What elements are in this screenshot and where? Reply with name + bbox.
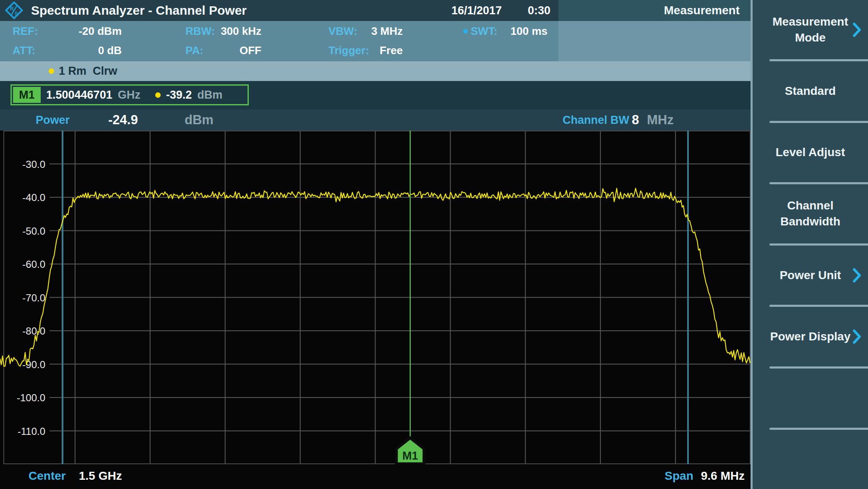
pa-value[interactable]: OFF xyxy=(210,44,261,57)
menu-button-level-adjust[interactable]: Level Adjust xyxy=(753,123,868,182)
center-label: Center xyxy=(29,464,66,488)
channel-power-row: Power -24.9 dBm Channel BW 8 MHz xyxy=(0,110,751,131)
ref-value[interactable]: -20 dBm xyxy=(42,25,122,37)
menu-button-channel-bandwidth[interactable]: ChannelBandwidth xyxy=(753,184,868,243)
menu-slot-empty xyxy=(753,369,868,428)
chevron-right-icon xyxy=(852,329,862,344)
menu-button-label: Standard xyxy=(785,83,836,99)
active-menu-banner-label: Measurement xyxy=(664,4,751,17)
svg-text:S: S xyxy=(15,11,18,17)
time-label: 0:30 xyxy=(528,0,550,21)
ref-label: REF: xyxy=(13,25,38,37)
att-value[interactable]: 0 dB xyxy=(42,44,122,57)
rohde-schwarz-logo-icon: R S xyxy=(5,2,23,19)
svg-text:-110.0: -110.0 xyxy=(18,426,45,437)
svg-text:-60.0: -60.0 xyxy=(22,259,45,270)
page-title: Spectrum Analyzer - Channel Power xyxy=(31,0,247,21)
trace1-color-dot xyxy=(49,68,54,74)
svg-text:R: R xyxy=(10,6,14,12)
power-value: -24.9 xyxy=(108,110,138,131)
span-group: Span 9.6 MHz xyxy=(665,464,745,488)
rbw-value[interactable]: 300 kHz xyxy=(210,25,261,37)
marker-frequency-unit: GHz xyxy=(118,89,141,102)
marker-level-value: -39.2 xyxy=(166,89,192,102)
menu-slot-empty xyxy=(753,430,868,489)
marker-trace-dot xyxy=(155,92,161,98)
marker-readout-box[interactable]: M1 1.500446701 GHz -39.2 dBm xyxy=(10,84,249,105)
menu-button-label: MeasurementMode xyxy=(772,14,848,46)
svg-text:-40.0: -40.0 xyxy=(22,192,45,203)
active-menu-banner[interactable]: Measurement xyxy=(558,0,751,21)
menu-button-measurement-mode[interactable]: MeasurementMode xyxy=(753,0,868,59)
menu-button-label: Power Unit xyxy=(779,267,841,283)
chevron-right-icon xyxy=(852,268,862,283)
trace-status-band: 1 Rm Clrw xyxy=(0,61,751,81)
frequency-bar: Center 1.5 GHz Span 9.6 MHz xyxy=(0,464,751,489)
chevron-right-icon xyxy=(852,22,862,37)
swt-label: SWT: xyxy=(471,25,498,37)
marker-frequency-value: 1.500446701 xyxy=(46,89,112,102)
marker-m1-symbol-label: M1 xyxy=(402,450,418,462)
trace1-mode-label: 1 Rm Clrw xyxy=(59,61,117,81)
svg-text:-100.0: -100.0 xyxy=(17,392,45,403)
menu-button-power-unit[interactable]: Power Unit xyxy=(753,246,868,305)
power-unit: dBm xyxy=(185,110,214,131)
power-label: Power xyxy=(36,110,70,131)
menu-button-label: Level Adjust xyxy=(776,144,845,160)
spectrum-chart: -30.0-40.0-50.0-60.0-70.0-80.0-90.0-100.… xyxy=(0,131,751,464)
svg-text:-80.0: -80.0 xyxy=(22,325,45,337)
date-label: 16/1/2017 xyxy=(451,0,502,21)
settings-right-block xyxy=(558,21,751,61)
marker-name-chip: M1 xyxy=(13,87,41,103)
svg-text:-50.0: -50.0 xyxy=(22,225,45,237)
marker-level-unit: dBm xyxy=(197,89,222,102)
trace-plot: -30.0-40.0-50.0-60.0-70.0-80.0-90.0-100.… xyxy=(0,131,751,464)
menu-button-label: Power Display xyxy=(770,329,850,345)
marker-readout-row: M1 1.500446701 GHz -39.2 dBm xyxy=(0,81,751,110)
svg-text:-70.0: -70.0 xyxy=(22,292,45,303)
center-value[interactable]: 1.5 GHz xyxy=(79,464,122,488)
swt-value[interactable]: 100 ms xyxy=(495,25,547,37)
att-label: ATT: xyxy=(13,44,35,57)
span-label: Span xyxy=(665,464,693,488)
vbw-value[interactable]: 3 MHz xyxy=(357,25,403,37)
menu-button-standard[interactable]: Standard xyxy=(753,61,868,120)
swt-coupled-dot xyxy=(463,29,468,34)
channel-bw-value[interactable]: 8 xyxy=(632,110,639,131)
svg-text:-30.0: -30.0 xyxy=(22,159,45,170)
spectrum-analyzer-screen: R S Spectrum Analyzer - Channel Power 16… xyxy=(0,0,868,489)
trigger-value[interactable]: Free xyxy=(357,44,403,57)
menu-button-label: ChannelBandwidth xyxy=(780,198,840,230)
channel-bw-unit: MHz xyxy=(647,110,674,131)
span-value[interactable]: 9.6 MHz xyxy=(701,464,745,488)
pa-label: PA: xyxy=(185,44,203,57)
vbw-label: VBW: xyxy=(328,25,357,37)
softkey-slots: MeasurementModeStandardLevel AdjustChann… xyxy=(753,0,868,489)
softkey-panel: MeasurementModeStandardLevel AdjustChann… xyxy=(753,0,868,489)
channel-bw-label: Channel BW xyxy=(563,110,629,131)
settings-band: REF: -20 dBm ATT: 0 dB RBW: 300 kHz PA: … xyxy=(0,21,751,61)
menu-button-power-display[interactable]: Power Display xyxy=(753,307,868,366)
